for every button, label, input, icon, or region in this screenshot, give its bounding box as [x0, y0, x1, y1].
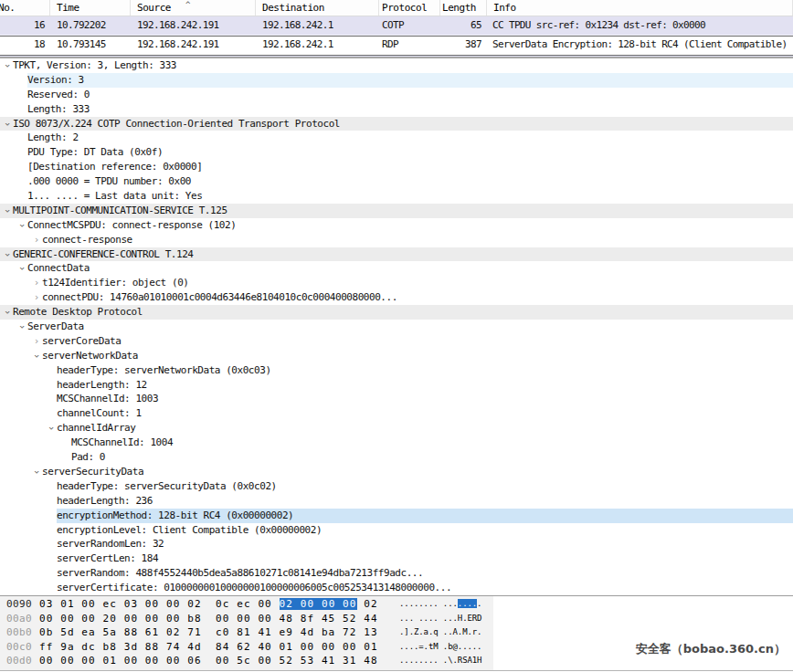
tree-item[interactable]: [Destination reference: 0x0000]	[0, 160, 793, 174]
column-header-protocol[interactable]: Protocol	[379, 0, 440, 16]
column-header-length[interactable]: Length	[440, 0, 487, 16]
tree-item[interactable]: encryptionMethod: 128-bit RC4 (0x0000000…	[0, 509, 793, 523]
hex-bytes: 0b 5d ea 5a 88 61 02 71 c0 81 41 e9 4d b…	[39, 625, 378, 640]
tree-item[interactable]: serverRandomLen: 32	[0, 537, 793, 551]
hex-offset: 00d0	[6, 654, 32, 668]
packet-no: 16	[0, 16, 50, 35]
hex-offset: 00a0	[6, 612, 32, 626]
collapse-icon[interactable]: ›	[0, 308, 15, 317]
tree-item-label: connect-response	[42, 233, 793, 247]
tree-item[interactable]: Length: 333	[0, 102, 793, 117]
tree-item-label: channelCount: 1	[57, 406, 793, 421]
tree-item-label: connectPDU: 14760a01010001c0004d63446e81…	[42, 290, 793, 305]
tree-item[interactable]: MCSChannelId: 1003	[0, 392, 793, 406]
collapse-icon[interactable]: ›	[0, 206, 15, 215]
tree-item[interactable]: serverCertificate: 010000000100000001000…	[0, 581, 793, 595]
hex-row[interactable]: 00b00b 5d ea 5a 88 61 02 71 c0 81 41 e9 …	[0, 625, 493, 640]
tree-item-label: Version: 3	[27, 73, 793, 88]
tree-item-label: Length: 333	[27, 102, 793, 117]
hex-pre: 00 00 00 01 00 00 00 06 00 5c 00 52 53 4…	[39, 655, 378, 667]
tree-item[interactable]: ›Remote Desktop Protocol	[0, 305, 793, 320]
tree-item-label: serverNetworkData	[42, 349, 793, 363]
expand-icon[interactable]: ›	[32, 290, 41, 305]
packet-no: 18	[0, 37, 50, 55]
tree-item[interactable]: headerType: serverSecurityData (0x0c02)	[0, 479, 793, 494]
hex-pre: ff 9a dc b8 3d 88 74 4d 84 62 40 01 00 0…	[39, 641, 378, 653]
tree-item[interactable]: headerLength: 12	[0, 378, 793, 393]
tree-item[interactable]: ›t124Identifier: object (0)	[0, 276, 793, 290]
packet-detail-pane: ›TPKT, Version: 3, Length: 333Version: 3…	[0, 58, 793, 596]
hex-dump: 009003 01 00 ec 03 00 00 02 0c ec 00 02 …	[0, 596, 493, 670]
tree-item[interactable]: Pad: 0	[0, 450, 793, 465]
tree-item[interactable]: ›ConnectData	[0, 261, 793, 276]
tree-item[interactable]: ›serverNetworkData	[0, 349, 793, 363]
tree-item[interactable]: ›ConnectMCSPDU: connect-response (102)	[0, 218, 793, 233]
tree-item[interactable]: Reserved: 0	[0, 88, 793, 102]
hex-row[interactable]: 009003 01 00 ec 03 00 00 02 0c ec 00 02 …	[0, 597, 493, 612]
tree-item-label: Pad: 0	[71, 450, 793, 465]
tree-item-label: MCSChannelId: 1004	[71, 436, 793, 450]
tree-item[interactable]: MCSChannelId: 1004	[0, 436, 793, 450]
expand-icon[interactable]: ›	[32, 276, 41, 290]
packet-destination: 192.168.242.1	[256, 37, 379, 55]
ascii-bytes: .].Z.a.q ..A.M.r.	[399, 625, 481, 640]
tree-item[interactable]: ›TPKT, Version: 3, Length: 333	[0, 58, 793, 73]
tree-item[interactable]: ›ISO 8073/X.224 COTP Connection-Oriented…	[0, 117, 793, 131]
expand-icon[interactable]: ›	[32, 233, 41, 247]
column-header-time[interactable]: Time	[50, 0, 131, 16]
tree-item[interactable]: ›channelIdArray	[0, 421, 793, 436]
tree-item[interactable]: PDU Type: DT Data (0x0f)	[0, 145, 793, 160]
tree-item[interactable]: headerLength: 236	[0, 494, 793, 509]
tree-item[interactable]: ›MULTIPOINT-COMMUNICATION-SERVICE T.125	[0, 204, 793, 218]
expand-icon[interactable]: ›	[32, 334, 41, 349]
collapse-icon[interactable]: ›	[0, 120, 15, 129]
column-header-destination[interactable]: Destination	[256, 0, 379, 16]
tree-item-label: PDU Type: DT Data (0x0f)	[27, 145, 793, 160]
collapse-icon[interactable]: ›	[29, 352, 44, 361]
collapse-icon[interactable]: ›	[0, 61, 15, 70]
tree-item[interactable]: ›ServerData	[0, 320, 793, 334]
collapse-icon[interactable]: ›	[44, 424, 58, 433]
tree-item[interactable]: ›connect-response	[0, 233, 793, 247]
tree-item[interactable]: Version: 3	[0, 73, 793, 88]
collapse-icon[interactable]: ›	[15, 322, 29, 331]
hex-row[interactable]: 00c0ff 9a dc b8 3d 88 74 4d 84 62 40 01 …	[0, 640, 493, 655]
column-header-source[interactable]: Source	[131, 0, 256, 16]
hex-row[interactable]: 00a000 00 00 20 00 00 00 b8 00 00 00 48 …	[0, 612, 493, 626]
tree-item[interactable]: ›GENERIC-CONFERENCE-CONTROL T.124	[0, 247, 793, 262]
tree-item[interactable]: serverCertLen: 184	[0, 551, 793, 566]
hex-pre: 00 00 00 20 00 00 00 b8 00 00 00 48 8f 4…	[39, 613, 378, 625]
collapse-icon[interactable]: ›	[0, 250, 15, 259]
tree-item[interactable]: serverRandom: 488f4552440b5dea5a88610271…	[0, 566, 793, 581]
hex-pre: 0b 5d ea 5a 88 61 02 71 c0 81 41 e9 4d b…	[39, 626, 378, 638]
watermark: 安全客（bobao.360.cn）	[636, 641, 786, 657]
tree-item[interactable]: 1... .... = Last data unit: Yes	[0, 189, 793, 204]
column-label: Protocol	[382, 2, 427, 14]
collapse-icon[interactable]: ›	[29, 467, 44, 477]
ascii-pre: .].Z.a.q ..A.M.r.	[399, 627, 481, 636]
tree-item[interactable]: channelCount: 1	[0, 406, 793, 421]
tree-item[interactable]: .000 0000 = TPDU number: 0x00	[0, 174, 793, 189]
collapse-icon[interactable]: ›	[15, 264, 29, 273]
packet-row-16[interactable]: 1610.792202192.168.242.191192.168.242.1C…	[0, 16, 793, 36]
hex-row[interactable]: 00d000 00 00 01 00 00 00 06 00 5c 00 52 …	[0, 654, 493, 668]
packet-row-18[interactable]: 1810.793145192.168.242.191192.168.242.1R…	[0, 36, 793, 56]
tree-item-label: Reserved: 0	[27, 88, 793, 102]
packet-protocol: COTP	[379, 16, 440, 35]
tree-item[interactable]: headerType: serverNetworkData (0x0c03)	[0, 363, 793, 378]
packet-time: 10.793145	[50, 37, 131, 55]
tree-item[interactable]: ›connectPDU: 14760a01010001c0004d63446e8…	[0, 290, 793, 305]
tree-item[interactable]: encryptionLevel: Client Compatible (0x00…	[0, 523, 793, 538]
tree-item-label: ConnectData	[27, 261, 793, 276]
collapse-icon[interactable]: ›	[15, 221, 29, 230]
tree-item-label: MULTIPOINT-COMMUNICATION-SERVICE T.125	[13, 204, 793, 218]
column-header-info[interactable]: Info	[487, 0, 793, 16]
tree-item[interactable]: Length: 2	[0, 131, 793, 145]
column-header-no[interactable]: No.	[0, 0, 50, 16]
hex-bytes: 00 00 00 01 00 00 00 06 00 5c 00 52 53 4…	[39, 654, 378, 668]
tree-item[interactable]: ›serverCoreData	[0, 334, 793, 349]
ascii-pre: ... .... ...H.ERD	[399, 614, 481, 623]
packet-info: CC TPDU src-ref: 0x1234 dst-ref: 0x0000	[487, 16, 793, 35]
tree-item[interactable]: ›serverSecurityData	[0, 465, 793, 479]
packet-info: ServerData Encryption: 128-bit RC4 (Clie…	[487, 37, 793, 55]
